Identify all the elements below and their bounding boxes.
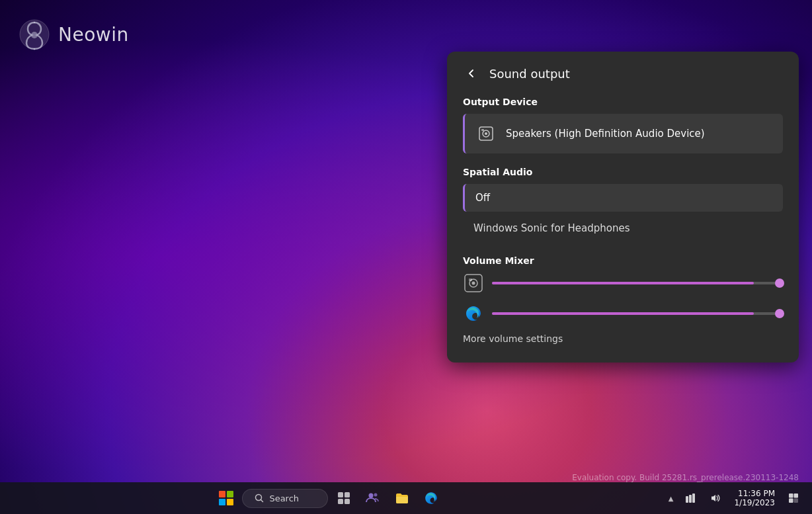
speaker-icon xyxy=(475,123,497,144)
network-tray-icon xyxy=(684,492,696,504)
speaker-app-icon xyxy=(463,273,484,294)
speaker-volume-slider[interactable] xyxy=(492,282,783,284)
svg-point-15 xyxy=(369,493,374,498)
teams-button[interactable] xyxy=(360,485,386,511)
device-name-text: Speakers (High Definition Audio Device) xyxy=(506,128,705,140)
spatial-off-option[interactable]: Off xyxy=(463,184,783,212)
start-button[interactable] xyxy=(213,485,239,511)
neowin-logo: Neowin xyxy=(19,19,129,50)
svg-rect-14 xyxy=(345,499,350,504)
svg-rect-9 xyxy=(469,278,472,281)
svg-point-16 xyxy=(374,493,378,497)
panel-header: Sound output xyxy=(463,65,783,82)
show-hidden-icons-button[interactable]: ▲ xyxy=(666,492,676,505)
file-explorer-button[interactable] xyxy=(389,485,415,511)
spatial-audio-label: Spatial Audio xyxy=(463,167,783,177)
svg-point-4 xyxy=(485,132,487,135)
edge-app-icon xyxy=(463,303,484,324)
svg-rect-13 xyxy=(338,499,343,504)
svg-rect-11 xyxy=(338,492,343,497)
search-icon xyxy=(255,493,264,503)
clock-area[interactable]: 11:36 PM 1/19/2023 xyxy=(730,488,779,509)
search-bar-label: Search xyxy=(269,493,299,503)
back-button[interactable] xyxy=(463,65,480,82)
search-bar[interactable]: Search xyxy=(242,489,328,508)
svg-rect-5 xyxy=(481,129,484,131)
svg-rect-19 xyxy=(692,493,695,503)
task-view-icon xyxy=(337,491,351,505)
taskbar: Search xyxy=(0,482,812,514)
notification-center-button[interactable] xyxy=(783,488,804,509)
clock-date: 1/19/2023 xyxy=(734,498,775,507)
neowin-brand-name: Neowin xyxy=(58,24,129,46)
edge-taskbar-icon xyxy=(423,490,439,506)
neowin-brand-icon xyxy=(19,19,50,50)
svg-rect-22 xyxy=(789,499,793,503)
notification-center-icon xyxy=(788,493,799,503)
teams-icon xyxy=(365,490,381,506)
spatial-audio-section: Spatial Audio Off Windows Sonic for Head… xyxy=(463,167,783,242)
speaker-device-icon xyxy=(477,124,495,143)
speaker-volume-row xyxy=(463,273,783,294)
edge-volume-row xyxy=(463,303,783,324)
windows-logo-icon xyxy=(219,491,233,505)
svg-rect-21 xyxy=(794,493,799,498)
panel-title: Sound output xyxy=(489,67,570,81)
svg-point-8 xyxy=(472,282,475,285)
output-device-label: Output Device xyxy=(463,97,783,107)
edge-volume-icon xyxy=(464,304,483,323)
svg-point-1 xyxy=(31,32,38,38)
clock-time: 11:36 PM xyxy=(738,489,775,498)
task-view-button[interactable] xyxy=(331,485,357,511)
edge-taskbar-button[interactable] xyxy=(418,485,444,511)
edge-volume-slider[interactable] xyxy=(492,312,783,315)
back-arrow-icon xyxy=(466,67,477,79)
more-volume-settings-link[interactable]: More volume settings xyxy=(463,333,783,344)
volume-mixer-section: Volume Mixer xyxy=(463,255,783,344)
volume-tray-icon[interactable] xyxy=(705,488,726,509)
file-explorer-icon xyxy=(394,490,410,506)
volume-tray-icon-svg xyxy=(710,492,721,504)
watermark-text: Evaluation copy. Build 25281.rs_prerelea… xyxy=(572,473,799,482)
output-device-item[interactable]: Speakers (High Definition Audio Device) xyxy=(463,114,783,153)
system-tray: ▲ 11:36 PM 1/19/2023 xyxy=(658,488,812,509)
network-icon[interactable] xyxy=(680,488,701,509)
speaker-volume-icon xyxy=(464,273,483,293)
svg-rect-20 xyxy=(789,493,793,498)
svg-rect-17 xyxy=(686,496,688,503)
svg-rect-12 xyxy=(345,492,350,497)
taskbar-center-area: Search xyxy=(0,485,658,511)
sound-output-panel: Sound output Output Device Speakers (Hig… xyxy=(447,52,799,363)
volume-mixer-label: Volume Mixer xyxy=(463,255,783,266)
svg-rect-18 xyxy=(689,495,692,503)
spatial-windows-sonic-option[interactable]: Windows Sonic for Headphones xyxy=(463,214,783,242)
svg-rect-23 xyxy=(794,499,799,503)
desktop: Neowin Evaluation copy. Build 25281.rs_p… xyxy=(0,0,812,514)
